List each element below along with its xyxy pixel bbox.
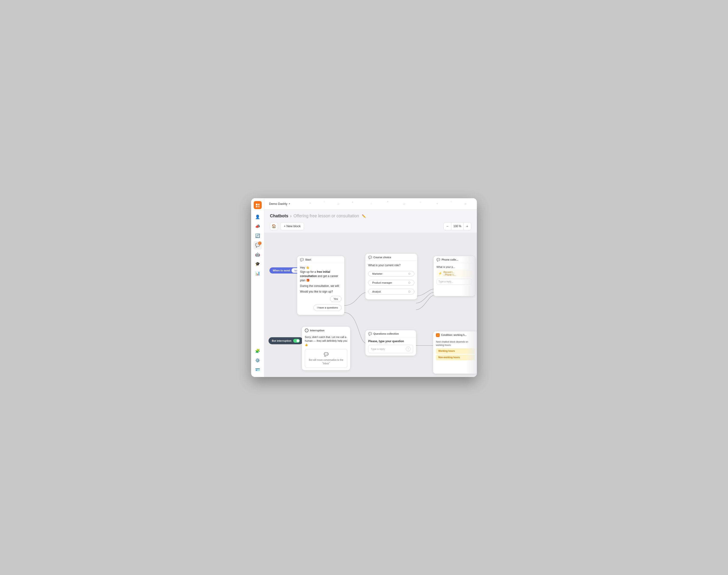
phone-collect-title: Phone colle... (442, 258, 458, 261)
sidebar-item-id-card[interactable]: 🪪 (253, 366, 262, 374)
sidebar-item-messages[interactable]: 💬 7 (253, 241, 262, 249)
zoom-value: 100 % (451, 223, 463, 230)
breadcrumb-current: Offering free lesson or consultation (293, 213, 359, 218)
interruption-label: Bot interruption (269, 337, 303, 344)
questions-collection-node: 💬 Questions collection Please, type your… (366, 330, 416, 356)
interrupt-circle-icon: ○ (305, 329, 309, 332)
star-decoration: ✦ (387, 200, 389, 203)
start-node-header: 💬 Start (297, 256, 344, 263)
workspace-selector[interactable]: Demo Dashly ▾ (269, 202, 290, 206)
new-block-label: + New block (284, 224, 301, 228)
breadcrumb-separator: › (290, 213, 291, 218)
page-header: Chatbots › Offering free lesson or consu… (264, 209, 477, 221)
zoom-in-button[interactable]: + (463, 223, 471, 230)
sidebar-item-bot[interactable]: 🤖 (253, 250, 262, 259)
course-choice-header: 💬 Course choice (366, 254, 417, 261)
star-decoration: ✧ (323, 200, 325, 203)
start-node-body: Hey 👋 Sign up for a free initial consult… (297, 263, 344, 315)
condition-body: Next chatbot block depends on working ho… (433, 339, 477, 363)
reply-yes-button[interactable]: Yes (330, 296, 341, 302)
interruption-message: Sorry, didn't catch that. Let me call a … (305, 335, 347, 347)
reply-input[interactable]: Type a reply ↑ (368, 345, 413, 353)
interruption-node: ○ Interruption Sorry, didn't catch that.… (302, 327, 350, 370)
analyst-label: Analyst (372, 290, 381, 293)
sidebar-item-settings[interactable]: ⚙️ (253, 356, 262, 365)
home-button[interactable]: 🏠 (270, 222, 278, 230)
workspace-name: Demo Dashly (269, 202, 287, 206)
interruption-body: Sorry, didn't catch that. Let me call a … (302, 334, 350, 370)
star-decoration: ✧ (450, 200, 452, 203)
sidebar-item-campaigns[interactable]: 📣 (253, 222, 262, 231)
role-buttons: Marketer Product manager Analyst (368, 268, 414, 297)
chat-icon-course: 💬 (368, 256, 372, 259)
sidebar-item-users[interactable]: 👤 (253, 213, 262, 221)
zoom-controls: − 100 % + (444, 222, 471, 230)
pm-connector (409, 282, 410, 283)
star-decoration: ✧ (419, 201, 422, 204)
topbar-decoration: ✦ ✧ ❊ ✦ ✧ ✦ ❊ ✧ ✦ ✧ ❊ ✦ ✦ (290, 198, 472, 209)
condition-header: ⚡ Condition: working h... (433, 331, 477, 339)
start-node-title: Start (305, 258, 311, 261)
star-decoration: ✦ (436, 202, 438, 205)
questions-collection-title: Questions collection (373, 332, 399, 335)
start-line-4: Would you like to sign up? (300, 290, 341, 294)
sidebar-item-flows[interactable]: 🔄 (253, 232, 262, 240)
trigger-label-text: When to send: (273, 269, 291, 272)
role-product-manager-button[interactable]: Product manager (368, 280, 414, 285)
phone-action-text: Record t...- Phone n... (444, 271, 456, 276)
chat-icon-questions: 💬 (368, 332, 372, 336)
bot-move-box: 💬 Bot will move conversation to the "Inb… (305, 349, 347, 368)
app-window: 👤 📣 🔄 💬 7 🤖 🎓 📊 🧩 ⚙️ 🪪 Demo Dashly ▾ ✦ ✧… (251, 198, 477, 377)
sidebar: 👤 📣 🔄 💬 7 🤖 🎓 📊 🧩 ⚙️ 🪪 (251, 198, 264, 377)
role-marketer-button[interactable]: Marketer (368, 271, 414, 277)
zoom-out-button[interactable]: − (444, 223, 451, 230)
new-block-button[interactable]: + New block (280, 222, 304, 230)
bot-interruption-text: Bot interruption (272, 339, 291, 342)
phone-collect-body: What is your p... ⚡ Record t...- Phone n… (434, 263, 475, 287)
topbar: Demo Dashly ▾ ✦ ✧ ❊ ✦ ✧ ✦ ❊ ✧ ✦ ✧ ❊ ✦ ✦ (264, 198, 477, 209)
star-decoration: ❊ (403, 202, 405, 206)
analyst-connector (409, 291, 410, 293)
main-content: Demo Dashly ▾ ✦ ✧ ❊ ✦ ✧ ✦ ❊ ✧ ✦ ✧ ❊ ✦ ✦ (264, 198, 477, 377)
condition-icon: ⚡ (436, 333, 440, 337)
interruption-node-header: ○ Interruption (302, 327, 350, 334)
role-analyst-button[interactable]: Analyst (368, 289, 414, 295)
sidebar-item-courses[interactable]: 🎓 (253, 260, 262, 268)
send-arrow-icon: ↑ (406, 347, 411, 351)
questions-text: Please, type your question (368, 340, 413, 343)
sidebar-item-analytics[interactable]: 📊 (253, 269, 262, 278)
phone-action: ⚡ Record t...- Phone n... (437, 270, 472, 277)
reply-placeholder: Type a reply (371, 347, 385, 350)
reply-buttons: Yes I have a questions (300, 294, 341, 312)
sidebar-item-integrations[interactable]: 🧩 (253, 347, 262, 356)
start-line-2: Sign up for a free initial consultation … (300, 270, 341, 282)
start-node: 💬 Start Hey 👋 Sign up for a free initial… (297, 256, 344, 315)
svg-rect-2 (256, 206, 257, 207)
product-manager-label: Product manager (372, 281, 392, 284)
star-decoration: ❊ (464, 202, 466, 206)
course-choice-node: 💬 Course choice What is your current rol… (366, 254, 417, 299)
reply-questions-button[interactable]: I have a questions (313, 305, 341, 311)
toolbar: 🏠 + New block − 100 % + (264, 221, 477, 233)
phone-reply-input[interactable]: Type a reply... (437, 279, 472, 284)
phone-collect-node: 💬 Phone colle... What is your p... ⚡ Rec… (434, 256, 475, 296)
canvas[interactable]: When to send: lead_collect 💬 Start Hey 👋… (264, 233, 477, 377)
chat-icon: 💬 (300, 258, 304, 262)
working-hours-button[interactable]: Working hours (436, 348, 475, 354)
condition-description: Next chatbot block depends on working ho… (436, 340, 475, 347)
bot-interruption-toggle[interactable] (293, 339, 300, 343)
svg-rect-0 (256, 204, 257, 205)
questions-collection-header: 💬 Questions collection (366, 330, 416, 337)
marketer-connector (409, 273, 410, 275)
phone-collect-header: 💬 Phone colle... (434, 256, 475, 263)
edit-title-button[interactable]: ✏️ (361, 213, 367, 219)
star-decoration: ✦ (309, 202, 311, 205)
breadcrumb-root[interactable]: Chatbots (270, 213, 288, 218)
questions-collection-body: Please, type your question Type a reply … (366, 337, 416, 356)
marketer-label: Marketer (372, 272, 382, 275)
non-working-hours-button[interactable]: Non-working hours (436, 354, 475, 360)
inbox-icon: 💬 (307, 351, 345, 357)
star-decoration: ✦ (351, 201, 354, 204)
app-logo (254, 201, 262, 209)
start-message: Hey 👋 Sign up for a free initial consult… (300, 266, 341, 294)
